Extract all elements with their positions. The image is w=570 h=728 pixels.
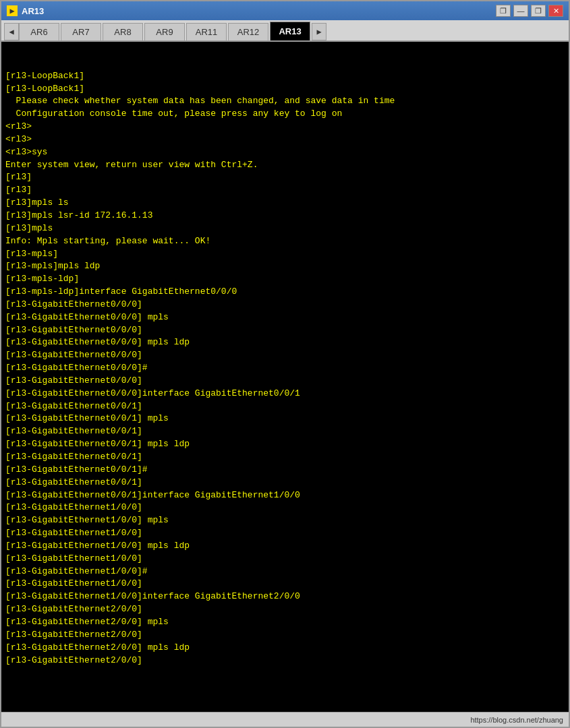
terminal-line: [rl3-mpls-ldp]interface GigabitEthernet0… xyxy=(5,286,565,299)
tab-ar7[interactable]: AR7 xyxy=(61,23,101,40)
terminal-line: [rl3-GigabitEthernet2/0/0] mpls xyxy=(5,616,565,629)
terminal-line: [rl3-mpls] xyxy=(5,248,565,261)
terminal-line: [rl3-GigabitEthernet0/0/0] xyxy=(5,349,565,362)
terminal-line: [rl3-mpls]mpls ldp xyxy=(5,260,565,273)
terminal-line: [rl3-GigabitEthernet1/0/0] mpls xyxy=(5,514,565,527)
terminal-line: [rl3-GigabitEthernet0/0/1] xyxy=(5,425,565,438)
terminal-line: <rl3> xyxy=(5,121,565,133)
terminal-line: [rl3] xyxy=(5,171,565,184)
terminal-line: [rl3-GigabitEthernet0/0/1]# xyxy=(5,464,565,477)
tab-ar11[interactable]: AR11 xyxy=(186,23,227,40)
minimize-button[interactable]: — xyxy=(513,5,528,17)
terminal-output[interactable]: [rl3-LoopBack1][rl3-LoopBack1] Please ch… xyxy=(1,42,569,712)
tabs-container: AR6AR7AR8AR9AR11AR12AR13 xyxy=(19,22,312,40)
terminal-line: [rl3-GigabitEthernet0/0/1]interface Giga… xyxy=(5,489,565,502)
terminal-line: [rl3]mpls xyxy=(5,222,565,235)
terminal-line: [rl3-GigabitEthernet0/0/0] xyxy=(5,324,565,337)
terminal-line: [rl3] xyxy=(5,184,565,197)
terminal-line: <rl3> xyxy=(5,133,565,146)
status-url: https://blog.csdn.net/zhuang xyxy=(470,716,563,724)
tab-scroll-left[interactable]: ◀ xyxy=(4,23,19,40)
tab-ar12[interactable]: AR12 xyxy=(228,23,268,40)
terminal-line: [rl3-GigabitEthernet1/0/0] xyxy=(5,578,565,590)
terminal-line: [rl3-GigabitEthernet2/0/0] mpls ldp xyxy=(5,642,565,655)
tab-scroll-right[interactable]: ▶ xyxy=(312,23,326,40)
tab-ar6[interactable]: AR6 xyxy=(19,23,59,40)
terminal-line: Configuration console time out, please p… xyxy=(5,108,565,121)
tab-ar9[interactable]: AR9 xyxy=(144,23,185,40)
terminal-line: [rl3-GigabitEthernet2/0/0] xyxy=(5,629,565,642)
content-area: [rl3-LoopBack1][rl3-LoopBack1] Please ch… xyxy=(1,42,569,712)
tab-bar: ◀ AR6AR7AR8AR9AR11AR12AR13 ▶ xyxy=(1,20,569,42)
close-button[interactable]: ✕ xyxy=(548,5,563,17)
terminal-line: <rl3>sys xyxy=(5,146,565,159)
terminal-line: [rl3-GigabitEthernet2/0/0] xyxy=(5,655,565,667)
terminal-line: Info: Mpls starting, please wait... OK! xyxy=(5,235,565,248)
terminal-line: [rl3-GigabitEthernet1/0/0] mpls ldp xyxy=(5,540,565,553)
terminal-line: [rl3-GigabitEthernet0/0/0] mpls xyxy=(5,311,565,324)
terminal-line: [rl3-LoopBack1] xyxy=(5,70,565,83)
terminal-line: [rl3-GigabitEthernet1/0/0] xyxy=(5,502,565,514)
window-controls: ❐ — ❐ ✕ xyxy=(496,5,563,17)
maximize-button[interactable]: ❐ xyxy=(531,5,546,17)
tab-ar8[interactable]: AR8 xyxy=(103,23,143,40)
terminal-line: [rl3-GigabitEthernet0/0/0]interface Giga… xyxy=(5,388,565,400)
main-window: ▶ AR13 ❐ — ❐ ✕ ◀ AR6AR7AR8AR9AR11AR12AR1… xyxy=(0,0,570,728)
terminal-line: [rl3-LoopBack1] xyxy=(5,83,565,96)
terminal-line: [rl3-GigabitEthernet1/0/0]interface Giga… xyxy=(5,590,565,603)
terminal-line: [rl3-GigabitEthernet2/0/0] xyxy=(5,603,565,616)
terminal-line: [rl3-GigabitEthernet0/0/1] xyxy=(5,451,565,464)
terminal-line: [rl3-GigabitEthernet0/0/0] xyxy=(5,299,565,311)
terminal-line: Please check whether system data has bee… xyxy=(5,95,565,108)
terminal-line: [rl3-GigabitEthernet0/0/1] mpls xyxy=(5,413,565,425)
terminal-line: [rl3-GigabitEthernet1/0/0] xyxy=(5,553,565,566)
tab-ar13[interactable]: AR13 xyxy=(270,22,310,40)
app-icon: ▶ xyxy=(7,5,18,16)
terminal-line: [rl3-GigabitEthernet0/0/1] mpls ldp xyxy=(5,438,565,451)
terminal-line: [rl3-GigabitEthernet0/0/1] xyxy=(5,477,565,489)
terminal-line: Enter system view, return user view with… xyxy=(5,159,565,172)
terminal-line: [rl3-GigabitEthernet1/0/0]# xyxy=(5,566,565,578)
terminal-line: [rl3-GigabitEthernet0/0/1] xyxy=(5,400,565,413)
terminal-line: [rl3-GigabitEthernet0/0/0] xyxy=(5,375,565,388)
restore-button-left[interactable]: ❐ xyxy=(496,5,511,17)
window-title: AR13 xyxy=(22,6,496,16)
title-bar: ▶ AR13 ❐ — ❐ ✕ xyxy=(1,1,569,20)
terminal-line: [rl3-GigabitEthernet0/0/0] mpls ldp xyxy=(5,336,565,349)
terminal-line: [rl3]mpls lsr-id 172.16.1.13 xyxy=(5,210,565,222)
terminal-line: [rl3-mpls-ldp] xyxy=(5,273,565,286)
status-bar: https://blog.csdn.net/zhuang xyxy=(1,712,569,727)
terminal-line: [rl3]mpls ls xyxy=(5,197,565,210)
terminal-line: [rl3-GigabitEthernet0/0/0]# xyxy=(5,362,565,375)
terminal-line: [rl3-GigabitEthernet1/0/0] xyxy=(5,527,565,540)
